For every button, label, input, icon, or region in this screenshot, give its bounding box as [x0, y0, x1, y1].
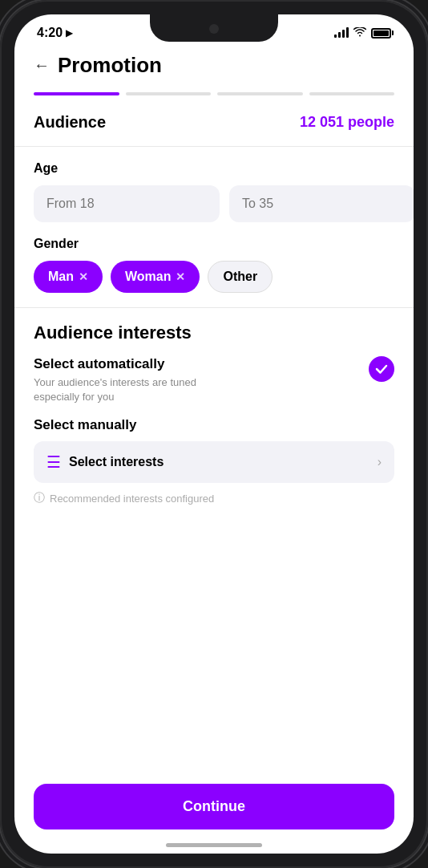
status-time: 4:20 — [37, 26, 63, 40]
interests-section-title: Audience interests — [34, 322, 394, 343]
auto-select-row: Select automatically Your audience's int… — [34, 356, 394, 404]
progress-step-1 — [34, 92, 119, 95]
audience-header: Audience 12 051 people — [34, 113, 394, 132]
auto-select-desc: Your audience's interests are tuned espe… — [34, 375, 242, 404]
auto-select-check[interactable] — [369, 356, 394, 382]
progress-step-2 — [126, 92, 212, 95]
continue-button[interactable]: Continue — [34, 784, 394, 829]
continue-btn-container: Continue — [34, 784, 394, 829]
gender-chip-man[interactable]: Man ✕ — [34, 261, 103, 293]
progress-steps — [34, 92, 394, 95]
gender-chip-other[interactable]: Other — [208, 261, 273, 293]
audience-count: 12 051 people — [300, 114, 394, 131]
auto-select-label: Select automatically — [34, 356, 242, 372]
phone-screen: 4:20 ▶ — [14, 14, 414, 854]
chip-other-label: Other — [223, 270, 257, 284]
age-section-title: Age — [34, 161, 394, 176]
select-interests-left: ☰ Select interests — [46, 452, 164, 472]
recommended-text: Recommended interests configured — [50, 493, 214, 505]
content-area: ← Promotion Audience 12 051 people Age — [14, 45, 414, 844]
age-to-input[interactable] — [229, 185, 414, 222]
location-icon: ▶ — [66, 27, 73, 39]
manual-select-title: Select manually — [34, 417, 394, 433]
battery-icon — [371, 28, 391, 39]
age-inputs — [34, 185, 394, 222]
list-icon: ☰ — [46, 452, 61, 472]
audience-label: Audience — [34, 113, 106, 132]
select-interests-label: Select interests — [69, 455, 164, 469]
camera-dot — [209, 24, 219, 34]
gender-chip-woman[interactable]: Woman ✕ — [111, 261, 200, 293]
info-icon: ⓘ — [34, 491, 45, 505]
select-interests-button[interactable]: ☰ Select interests › — [34, 441, 394, 483]
back-button[interactable]: ← — [34, 56, 50, 75]
page-title: Promotion — [58, 53, 162, 78]
chevron-right-icon: › — [378, 455, 382, 469]
recommended-note: ⓘ Recommended interests configured — [34, 491, 394, 505]
notch — [150, 14, 278, 42]
signal-bars-icon — [334, 28, 349, 38]
status-icons — [334, 27, 391, 39]
age-from-input[interactable] — [34, 185, 220, 222]
progress-step-4 — [309, 92, 395, 95]
auto-select-text-group: Select automatically Your audience's int… — [34, 356, 242, 404]
progress-step-3 — [217, 92, 303, 95]
gender-section-title: Gender — [34, 237, 394, 251]
phone-frame: 4:20 ▶ — [0, 0, 428, 868]
chip-man-close-icon[interactable]: ✕ — [79, 270, 88, 283]
page-header: ← Promotion — [34, 53, 394, 78]
interests-section: Audience interests Select automatically … — [34, 308, 394, 520]
gender-chips: Man ✕ Woman ✕ Other — [34, 261, 394, 293]
wifi-icon — [353, 27, 366, 39]
check-icon — [374, 362, 389, 376]
age-section: Age — [34, 147, 394, 237]
home-indicator — [166, 843, 262, 847]
chip-woman-close-icon[interactable]: ✕ — [176, 270, 185, 283]
gender-section: Gender Man ✕ Woman ✕ Other — [34, 237, 394, 307]
chip-woman-label: Woman — [125, 270, 171, 284]
chip-man-label: Man — [48, 270, 74, 284]
